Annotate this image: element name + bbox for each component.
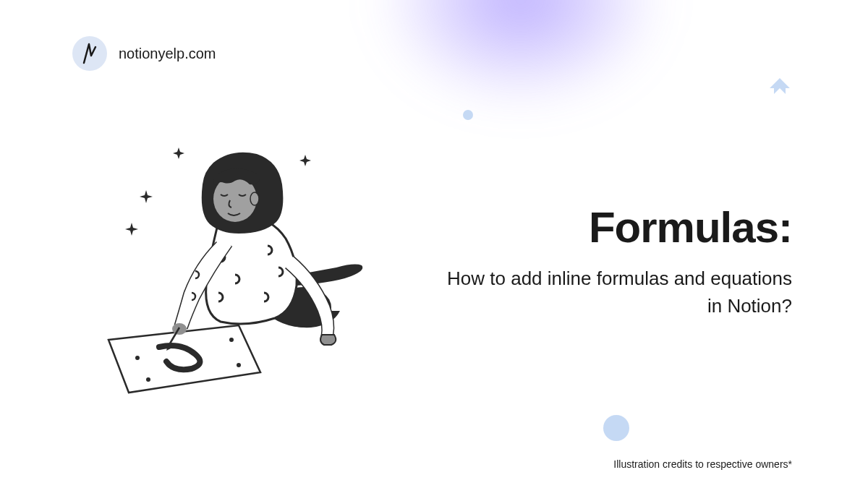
content-area: Formulas: How to add inline formulas and… bbox=[445, 202, 792, 320]
page-title: Formulas: bbox=[445, 202, 792, 252]
svg-point-0 bbox=[135, 356, 140, 360]
decorative-dot-small bbox=[463, 110, 473, 120]
illustration-credits: Illustration credits to respective owner… bbox=[613, 458, 792, 470]
brand-name: notionyelp.com bbox=[119, 46, 216, 62]
svg-point-9 bbox=[250, 192, 259, 205]
brand-logo-icon bbox=[72, 36, 107, 71]
svg-point-2 bbox=[229, 338, 234, 342]
svg-point-1 bbox=[146, 377, 150, 382]
decorative-dot-large bbox=[603, 415, 629, 441]
header: notionyelp.com bbox=[72, 36, 216, 71]
person-painting-illustration bbox=[94, 141, 383, 401]
page-subtitle: How to add inline formulas and equations… bbox=[445, 265, 792, 320]
purple-glow-decoration bbox=[376, 0, 665, 108]
upward-arrow-icon bbox=[764, 72, 796, 104]
svg-point-3 bbox=[237, 363, 241, 367]
